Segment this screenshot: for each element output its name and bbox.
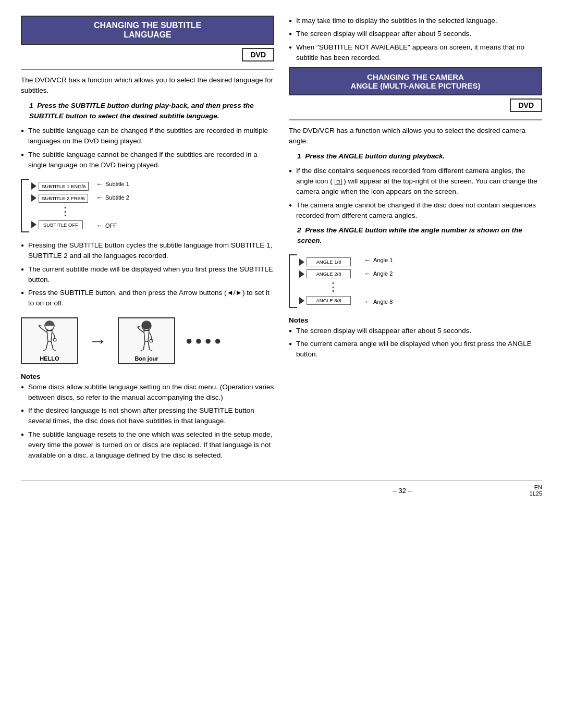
angle-icon-symbol: ⊡ [335, 179, 342, 185]
angle-triangle1 [299, 258, 304, 266]
subtitle-dots: ⋮ [31, 206, 90, 217]
angle-label1: Angle 1 [373, 257, 393, 263]
page-code-line2: 1L25 [530, 490, 542, 497]
subtitle-diagram: SUBTITLE 1 ENG/6 SUBTITLE 2 FRE/6 ⋮ SUBT… [21, 178, 274, 233]
left-step1: 1 Press the SUBTITLE button during play-… [21, 101, 274, 122]
angle-box2: ANGLE 2/8 [307, 269, 351, 278]
subtitle-label-row2: Subtitle 2 [96, 191, 129, 204]
angle-label-row2: Angle 2 [364, 267, 393, 280]
right-intro: The DVD/VCR has a function which allows … [289, 126, 542, 147]
angle-arrow2 [364, 269, 371, 278]
right-step1: 1 Press the ANGLE button during playback… [289, 151, 542, 162]
hello-person-svg [31, 319, 68, 353]
right-step1-num: 1 [297, 152, 301, 160]
right-column: It may take time to display the subtitle… [289, 16, 542, 465]
right-dvd-badge: DVD [510, 98, 542, 112]
angle-bracket-border [289, 254, 297, 308]
subtitle-label3: OFF [105, 223, 117, 229]
right-notes-list: The screen display will disappear after … [289, 326, 542, 360]
left-section-header: CHANGING THE SUBTITLE LANGUAGE [21, 16, 274, 45]
angle-label3: Angle 8 [373, 299, 393, 305]
subtitle-spacer [96, 205, 129, 219]
angle-box3: ANGLE 8/8 [307, 296, 351, 305]
hello-arrow: → [89, 330, 107, 352]
left-bullet1-item1: The subtitle language can be changed if … [21, 126, 274, 147]
angle-row1: ANGLE 1/8 [299, 257, 358, 266]
angle-arrow1 [364, 256, 371, 264]
left-intro: The DVD/VCR has a function which allows … [21, 75, 274, 96]
left-note2: If the desired language is not shown aft… [21, 405, 274, 427]
right-bullets-top: It may take time to display the subtitle… [289, 16, 542, 63]
right-step2-text: Press the ANGLE button while the angle n… [297, 226, 522, 244]
angle-spacer [364, 281, 393, 295]
angle-row2: ANGLE 2/8 [299, 269, 358, 278]
subtitle-triangle3 [31, 221, 36, 228]
angle-triangle2 [299, 270, 304, 278]
right-top-bullet1: It may take time to display the subtitle… [289, 16, 542, 26]
bonjour-figure-box: Bon jour [118, 317, 175, 364]
subtitle-triangle2 [31, 194, 36, 202]
right-note2: The current camera angle will be display… [289, 339, 542, 360]
subtitle-label-row1: Subtitle 1 [96, 178, 129, 190]
hello-figure-box: HELLO [21, 317, 78, 364]
right-title-line2: ANGLE (Multi-Angle Pictures) [351, 81, 481, 90]
right-notes-title: Notes [289, 316, 542, 324]
subtitle-arrow2 [96, 193, 103, 202]
subtitle-arrow1 [96, 180, 103, 188]
angle-triangle3 [299, 297, 304, 304]
right-note1: The screen display will disappear after … [289, 326, 542, 336]
left-notes-title: Notes [21, 373, 274, 380]
subtitle-row2: SUBTITLE 2 FRE/6 [31, 194, 90, 203]
angle-label2: Angle 2 [373, 270, 393, 277]
subtitle-triangle1 [31, 182, 36, 190]
left-note1: Some discs allow subtitle language setti… [21, 382, 274, 403]
left-step1-text: Press the SUBTITLE button during play-ba… [29, 102, 254, 120]
angle-dots: ⋮ [299, 281, 358, 293]
left-dvd-badge: DVD [242, 48, 274, 61]
angle-row3: ANGLE 8/8 [299, 296, 358, 305]
right-title-line1: CHANGING THE CAMERA [367, 72, 464, 81]
left-bullet2-item1: Pressing the SUBTITLE button cycles the … [21, 240, 274, 262]
subtitle-box3: SUBTITLE OFF [39, 220, 83, 229]
bonjour-label: Bon jour [134, 355, 158, 363]
right-top-bullet3: When "SUBTITLE NOT AVAILABLE" appears on… [289, 42, 542, 64]
left-title-line2: LANGUAGE [124, 30, 172, 39]
bonjour-person-svg [128, 319, 165, 353]
bonjour-figure-art [128, 318, 165, 354]
subtitle-box2: SUBTITLE 2 FRE/6 [39, 194, 88, 203]
right-section-header: CHANGING THE CAMERA ANGLE (Multi-Angle P… [289, 67, 542, 95]
right-header-rule [289, 119, 542, 120]
right-step2-num: 2 [297, 226, 301, 234]
right-mid-bullet2: The camera angle cannot be changed if th… [289, 200, 542, 221]
left-notes-list: Some discs allow subtitle language setti… [21, 382, 274, 461]
hello-figure-art [31, 318, 68, 354]
page-code-line1: EN [534, 484, 542, 490]
left-title-line1: CHANGING THE SUBTITLE [94, 21, 201, 30]
subtitle-right-labels: Subtitle 1 Subtitle 2 OFF [92, 178, 129, 233]
dots-decoration: ● ● ● ● [186, 334, 221, 348]
left-bullets1: The subtitle language can be changed if … [21, 126, 274, 170]
angle-arrow3 [364, 298, 371, 306]
hello-label: HELLO [40, 355, 59, 363]
hello-area: HELLO → [21, 317, 274, 364]
left-bullet2-item3: Press the SUBTITLE button, and then pres… [21, 288, 274, 309]
angle-bracket: ANGLE 1/8 ANGLE 2/8 ⋮ ANGLE 8/8 [289, 254, 360, 308]
left-note3: The subtitle language resets to the one … [21, 429, 274, 461]
right-mid-bullet1: If the disc contains sequences recorded … [289, 166, 542, 198]
right-bullets-mid: If the disc contains sequences recorded … [289, 166, 542, 221]
angle-label-row3: Angle 8 [364, 295, 393, 308]
right-step2: 2 Press the ANGLE button while the angle… [289, 225, 542, 246]
left-step1-num: 1 [29, 102, 33, 109]
subtitle-label2: Subtitle 2 [105, 194, 129, 201]
subtitle-bracket: SUBTITLE 1 ENG/6 SUBTITLE 2 FRE/6 ⋮ SUBT… [21, 179, 92, 232]
angle-diagram: ANGLE 1/8 ANGLE 2/8 ⋮ ANGLE 8/8 [289, 254, 542, 309]
subtitle-arrow3 [96, 221, 103, 230]
right-top-bullet2: The screen display will disappear after … [289, 29, 542, 39]
left-bullet1-item2: The subtitle language cannot be changed … [21, 150, 274, 171]
left-column: CHANGING THE SUBTITLE LANGUAGE DVD The D… [21, 16, 274, 465]
subtitle-row1: SUBTITLE 1 ENG/6 [31, 182, 90, 191]
left-header-rule [21, 69, 274, 70]
subtitle-bracket-border [21, 179, 29, 232]
left-bullet2-item2: The current subtitle mode will be displa… [21, 264, 274, 286]
subtitle-label1: Subtitle 1 [105, 181, 129, 187]
